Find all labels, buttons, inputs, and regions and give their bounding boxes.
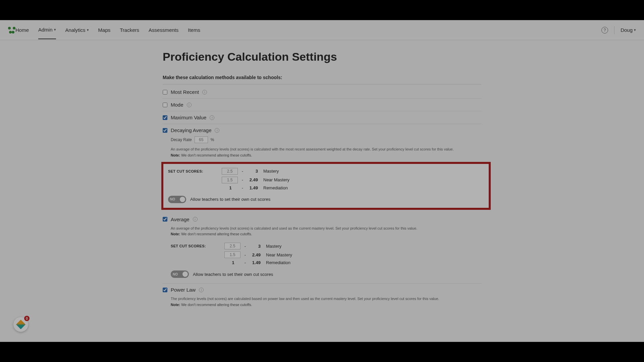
method-mode: Mode i [163,99,481,111]
cut-high-remediation: 1.49 [246,185,260,190]
dash: - [242,252,249,257]
cut-high-mastery: 3 [249,244,263,249]
info-icon[interactable]: i [210,115,214,120]
cut-label-mastery: Mastery [263,244,481,249]
cut-scores-decaying-average: Set Cut Scores: - 3 Mastery - 2.49 Near … [161,162,491,210]
nav-admin[interactable]: Admin ▾ [38,21,56,39]
nav-analytics[interactable]: Analytics ▾ [65,21,89,39]
info-icon[interactable]: i [187,103,192,107]
method-note: Note: We don't recommend altering these … [171,153,481,157]
allow-teacher-toggle[interactable]: NO [168,196,186,203]
checkbox-most-recent[interactable] [163,90,167,95]
method-description: An average of the proficiency levels (no… [171,146,481,152]
cut-high-near-mastery: 2.49 [249,252,263,257]
help-icon[interactable]: ? [601,27,608,34]
help-widget[interactable]: 0 [13,317,28,332]
method-note: Note: We don't recommend altering these … [171,232,481,236]
nav-trackers[interactable]: Trackers [120,21,139,39]
help-widget-badge: 0 [24,316,30,321]
method-description: The proficiency levels (not scores) are … [171,296,481,302]
info-icon[interactable]: i [199,288,204,292]
method-note: Note: We don't recommend altering these … [171,303,481,307]
chevron-down-icon: ▾ [54,27,56,32]
app-logo [8,27,15,34]
cut-scores-header: Set Cut Scores: [168,169,222,173]
nav-home[interactable]: Home [15,21,29,39]
page-title: Proficiency Calculation Settings [163,50,481,63]
cut-high-remediation: 1.49 [249,260,263,265]
method-average: Average i An average of the proficiency … [163,213,481,284]
section-subtitle: Make these calculation methods available… [163,75,481,84]
cut-high-near-mastery: 2.49 [246,177,260,182]
cut-low-input-mastery[interactable] [222,168,238,175]
toggle-state-label: NO [170,197,175,201]
nav-items[interactable]: Items [188,21,200,39]
cut-low-input-near-mastery[interactable] [222,177,238,183]
user-menu[interactable]: Doug ▾ [621,27,636,33]
method-maximum-value: Maximum Value i [163,111,481,124]
info-icon[interactable]: i [193,217,198,222]
cut-high-mastery: 3 [246,169,260,174]
divider [614,26,614,34]
nav-admin-label: Admin [38,27,53,33]
chevron-down-icon: ▾ [87,28,89,32]
toggle-state-label: NO [173,273,178,276]
decay-rate-unit: % [211,137,214,142]
user-name: Doug [621,27,633,33]
toggle-knob [182,272,188,277]
method-label: Power Law [171,287,196,293]
nav-analytics-label: Analytics [65,27,86,33]
cut-low-input-near-mastery[interactable] [224,251,240,258]
allow-teacher-toggle[interactable]: NO [171,270,189,278]
checkbox-average[interactable] [163,217,167,222]
method-label: Maximum Value [171,115,206,120]
dash: - [242,260,249,265]
checkbox-power-law[interactable] [163,288,167,292]
cut-low-remediation: 1 [222,185,239,190]
method-label: Mode [171,102,183,108]
cut-label-near-mastery: Near Mastery [260,177,484,182]
toggle-knob [180,197,185,202]
method-label: Average [171,217,190,222]
cut-label-near-mastery: Near Mastery [263,252,481,257]
cut-label-mastery: Mastery [260,169,484,174]
decay-rate-input[interactable] [195,136,208,143]
method-most-recent: Most Recent i [163,86,481,99]
nav-maps[interactable]: Maps [98,21,111,39]
method-decaying-average: Decaying Average i Decay Rate % An avera… [163,124,481,213]
dash: - [239,185,246,190]
method-power-law: Power Law i The proficiency levels (not … [163,284,481,310]
method-label: Decaying Average [171,127,211,133]
dash: - [242,244,249,249]
top-nav-bar: Home Admin ▾ Analytics ▾ Maps Trackers A… [0,20,644,40]
checkbox-mode[interactable] [163,103,167,107]
decay-rate-label: Decay Rate [171,137,192,142]
info-icon[interactable]: i [202,90,207,95]
checkbox-decaying-average[interactable] [163,128,167,133]
cut-scores-header: Set Cut Scores: [171,244,224,248]
cut-label-remediation: Remediation [260,185,484,190]
method-label: Most Recent [171,89,199,95]
checkbox-maximum-value[interactable] [163,115,167,120]
toggle-description: Allow teachers to set their own cut scor… [193,272,273,277]
method-description: An average of the proficiency levels (no… [171,226,481,231]
cut-low-input-mastery[interactable] [224,243,240,249]
cut-low-remediation: 1 [224,260,242,265]
cut-label-remediation: Remediation [263,260,481,265]
chevron-down-icon: ▾ [634,28,636,32]
dash: - [239,177,246,182]
nav-assessments[interactable]: Assessments [149,21,178,39]
toggle-description: Allow teachers to set their own cut scor… [190,197,270,202]
info-icon[interactable]: i [215,128,219,133]
cut-scores-average: Set Cut Scores: - 3 Mastery - 2.49 Near … [171,241,481,280]
dash: - [239,169,246,174]
